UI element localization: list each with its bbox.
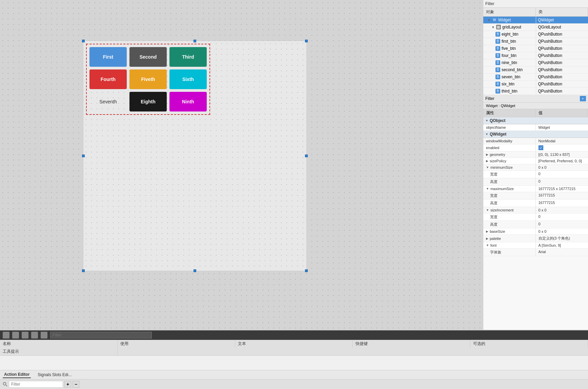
object-tree: 对象 类 ▼ W Widget QWidget ▼ ▦ gridLayout [483,8,588,95]
prop-objectname-label: objectName [483,124,536,130]
tree-item-six-btn[interactable]: B six_btn QPushButton [483,81,588,88]
tree-header: 对象 类 [483,8,588,17]
tree-first-type: QPushButton [536,38,588,45]
tab-signals-slots[interactable]: Signals Slots Edi... [36,372,73,378]
props-header-value: 值 [536,109,588,117]
prop-objectname: objectName Widget [483,124,588,131]
right-panel: Filter 对象 类 ▼ W Widget QWidget ▼ ▦ [483,0,588,330]
bottom-table: 名称 使用 文本 快捷键 可选的 工具提示 [0,340,588,370]
search-icon [3,382,7,387]
second-button[interactable]: Second [129,47,167,67]
prop-enabled-value: ✓ [536,144,588,151]
tree-item-four-btn[interactable]: B four_btn QPushButton [483,52,588,59]
tree-five-type: QPushButton [536,45,588,52]
tree-item-first-btn[interactable]: B first_btn QPushButton [483,38,588,45]
prop-windowmodality-label: windowModality [483,138,536,144]
btn-icon-eight: B [495,32,500,37]
toolbar-icon-3[interactable] [22,332,28,339]
handle-ml[interactable] [82,155,85,157]
grid-layout: First Second Third Fourth Fiveth Sixth S… [86,44,210,115]
toolbar-icon-4[interactable] [31,332,38,339]
props-filter-bar: Filter + [483,95,588,103]
enabled-checkbox[interactable]: ✓ [539,145,543,150]
handle-bm[interactable] [194,269,196,272]
prop-minheight-label: 高度 [483,178,536,185]
widget-container: First Second Third Fourth Fiveth Sixth S… [83,41,307,271]
prop-sizeincrement: ▼ sizeIncrement 0 x 0 [483,207,588,213]
bottom-search-input[interactable] [9,381,63,388]
btn-icon-seven: B [495,75,500,79]
tree-header-class: 类 [536,8,588,16]
prop-font: ▼ font A [SimSun, 9] [483,242,588,249]
svg-line-1 [6,385,7,386]
ninth-button[interactable]: Ninth [169,92,207,111]
handle-tm[interactable] [194,40,196,42]
prop-fontfamily-label: 字体族 [483,249,536,256]
first-button[interactable]: First [89,47,127,67]
tree-item-widget[interactable]: ▼ W Widget QWidget [483,17,588,24]
btn-icon-second: B [495,67,500,72]
prop-font-value: A [SimSun, 9] [536,242,588,248]
handle-br[interactable] [305,269,308,272]
toolbar-icon-2[interactable] [12,332,19,339]
toolbar-icon-5[interactable] [41,332,47,339]
prop-sinch-value: 0 [536,221,588,228]
prop-geometry-label: ▶ geometry [483,151,536,158]
props-header-attr: 属性 [483,109,536,117]
geometry-expand: ▶ [486,153,488,156]
tree-item-third-btn[interactable]: B third_btn QPushButton [483,88,588,95]
handle-tl[interactable] [82,40,85,42]
prop-sizepolicy-label: ▶ sizePolicy [483,158,536,164]
prop-group-qobject: ▼ QObject [483,117,588,124]
tree-eight-name: eight_btn [502,32,518,37]
tree-nine-type: QPushButton [536,59,588,66]
table-header-shortcut: 快捷键 [353,340,470,348]
fifth-button[interactable]: Fiveth [129,69,167,89]
sizeincrement-expand: ▼ [486,208,489,212]
prop-geometry-value: [(0, 0), 1130 x 837] [536,151,588,158]
tree-item-nine-btn[interactable]: B nine_btn QPushButton [483,59,588,66]
tree-second-name: second_btn [502,67,523,72]
tree-second-type: QPushButton [536,66,588,73]
tree-eight-type: QPushButton [536,31,588,38]
tab-action-editor[interactable]: Action Editor [3,371,31,378]
props-header: 属性 值 [483,109,588,117]
props-filter-label: Filter [485,96,494,101]
top-filter-label: Filter [483,0,588,8]
seventh-button[interactable]: Seventh [89,92,127,111]
prop-fontfamily-value: Arial [536,249,588,256]
tree-grid-name: gridLayout [502,25,521,29]
eighth-button[interactable]: Eighth [129,92,167,111]
toolbar-icon-1[interactable] [3,332,9,339]
props-panel: Filter + Widget : QWidget 属性 值 ▼ QObject… [483,95,588,330]
bottom-filter-input[interactable] [50,332,152,339]
add-action-button[interactable]: + [64,381,71,388]
tree-third-type: QPushButton [536,88,588,95]
qobject-expand-icon: ▼ [485,119,488,122]
prop-windowmodality: windowModality NonModal [483,138,588,144]
widget-icon: W [492,18,497,22]
third-button[interactable]: Third [169,47,207,67]
handle-tr[interactable] [305,40,308,42]
tree-item-gridlayout[interactable]: ▼ ▦ gridLayout QGridLayout [483,24,588,31]
prop-maximumsize-label: ▼ maximumSize [483,186,536,192]
qwidget-label: QWidget [490,132,506,137]
canvas-area: First Second Third Fourth Fiveth Sixth S… [0,0,483,330]
sixth-button[interactable]: Sixth [169,69,207,89]
tree-item-five-btn[interactable]: B five_btn QPushButton [483,45,588,52]
props-filter-button[interactable]: + [580,96,586,101]
fourth-button[interactable]: Fourth [89,69,127,89]
remove-action-button[interactable]: − [73,381,79,388]
handle-mr[interactable] [305,155,308,157]
handle-bl[interactable] [82,269,85,272]
tree-item-second-btn[interactable]: B second_btn QPushButton [483,66,588,74]
prop-sizeincw-label: 宽度 [483,213,536,221]
prop-basesize-label: ▶ baseSize [483,228,536,234]
tree-item-seven-btn[interactable]: B seven_btn QPushButton [483,74,588,81]
prop-sizeincw-value: 0 [536,213,588,221]
btn-icon-third: B [495,89,500,94]
tree-widget-type: QWidget [536,17,588,23]
tree-item-eight-btn[interactable]: B eight_btn QPushButton [483,31,588,38]
table-header-tooltip: 工具提示 [0,348,118,355]
prop-fontfamily: 字体族 Arial [483,249,588,256]
